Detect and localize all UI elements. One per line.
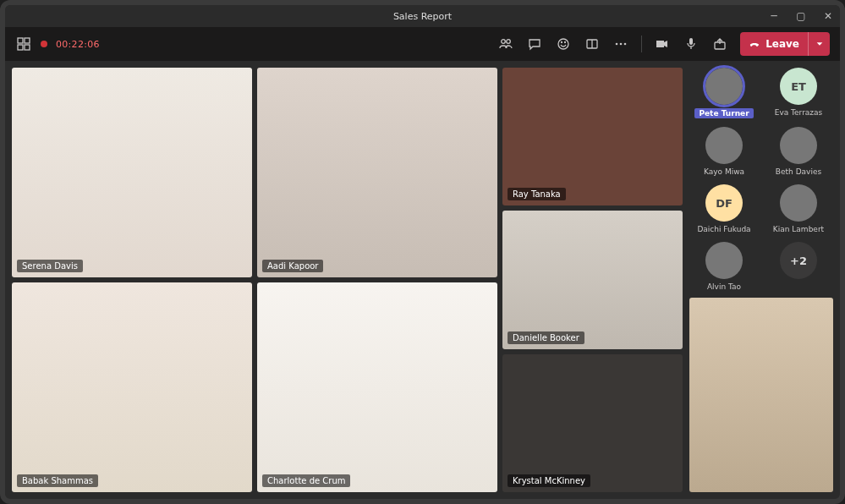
- svg-point-6: [558, 39, 568, 49]
- self-video-tile[interactable]: [689, 298, 833, 492]
- avatar: [705, 242, 743, 279]
- participant-name: Charlotte de Crum: [262, 474, 350, 487]
- participant-name: Krystal McKinney: [508, 474, 590, 487]
- svg-point-11: [620, 43, 623, 46]
- speaking-badge: Pete Turner: [694, 108, 753, 118]
- avatar: [705, 127, 743, 164]
- avatar: [780, 184, 817, 222]
- app-window: Sales Report ─ ▢ ✕ 00:22:06: [0, 0, 845, 504]
- window-title: Sales Report: [393, 11, 452, 22]
- close-button[interactable]: ✕: [821, 10, 835, 22]
- svg-point-8: [565, 42, 566, 43]
- svg-rect-1: [25, 38, 30, 43]
- chat-button[interactable]: [526, 36, 543, 52]
- video-tile[interactable]: Aadi Kapoor: [257, 68, 497, 277]
- participant-avatar-cell[interactable]: Kayo Miwa: [689, 127, 759, 176]
- svg-rect-13: [689, 38, 693, 45]
- participant-name: [798, 282, 800, 291]
- hangup-icon: [749, 38, 760, 50]
- chevron-down-icon: [815, 40, 824, 48]
- video-grid: Serena Davis Aadi Kapoor Ray Tanaka Dani…: [12, 68, 683, 492]
- participant-name: Babak Shammas: [17, 474, 98, 487]
- participant-name: Kian Lambert: [773, 225, 824, 233]
- overflow-count: +2: [780, 242, 817, 279]
- participant-avatar-cell[interactable]: Beth Davies: [764, 127, 833, 176]
- participant-name: Aadi Kapoor: [262, 260, 323, 272]
- participant-name: Serena Davis: [17, 260, 83, 272]
- avatar: ET: [780, 68, 817, 105]
- content-area: Serena Davis Aadi Kapoor Ray Tanaka Dani…: [5, 61, 840, 499]
- recording-indicator-icon: [41, 41, 47, 47]
- participant-name: Ray Tanaka: [508, 188, 566, 200]
- video-tile[interactable]: Babak Shammas: [12, 282, 252, 492]
- svg-point-12: [624, 43, 627, 46]
- video-tile[interactable]: Danielle Booker: [502, 211, 683, 348]
- participant-name: Kayo Miwa: [704, 167, 744, 176]
- reactions-button[interactable]: [555, 36, 572, 52]
- toolbar: 00:22:06: [5, 27, 840, 61]
- leave-options-caret[interactable]: [808, 32, 830, 56]
- recording-time: 00:22:06: [56, 39, 100, 50]
- svg-rect-2: [18, 45, 23, 50]
- rooms-button[interactable]: [584, 36, 601, 52]
- participant-name: Beth Davies: [776, 167, 821, 176]
- more-button[interactable]: [612, 36, 629, 52]
- svg-point-10: [616, 43, 618, 46]
- video-tile[interactable]: Charlotte de Crum: [257, 282, 497, 492]
- video-tile[interactable]: Serena Davis: [12, 68, 252, 277]
- gallery-layout-button[interactable]: [15, 36, 32, 52]
- svg-point-5: [507, 40, 511, 44]
- video-tile[interactable]: Ray Tanaka: [502, 68, 683, 205]
- leave-button[interactable]: Leave: [740, 32, 830, 56]
- avatar: DF: [705, 184, 743, 222]
- people-button[interactable]: [497, 36, 514, 52]
- avatar: [780, 127, 817, 164]
- svg-point-7: [562, 42, 562, 43]
- leave-label: Leave: [765, 38, 799, 50]
- video-tile[interactable]: Krystal McKinney: [502, 354, 683, 492]
- participant-avatar-cell[interactable]: Pete Turner: [689, 68, 759, 118]
- avatar: [705, 68, 743, 105]
- participants-panel: Pete Turner ET Eva Terrazas Kayo Miwa Be…: [689, 68, 833, 492]
- participant-avatar-cell[interactable]: Kian Lambert: [764, 184, 833, 233]
- svg-rect-3: [25, 45, 30, 50]
- participant-avatar-cell[interactable]: ET Eva Terrazas: [764, 68, 833, 118]
- maximize-button[interactable]: ▢: [794, 10, 808, 22]
- participant-avatar-cell[interactable]: DF Daichi Fukuda: [689, 184, 759, 233]
- titlebar: Sales Report ─ ▢ ✕: [5, 5, 840, 27]
- share-button[interactable]: [711, 36, 728, 52]
- participant-name: Daichi Fukuda: [697, 225, 750, 233]
- participant-name: Eva Terrazas: [775, 108, 823, 117]
- participant-name: Danielle Booker: [508, 331, 584, 344]
- divider: [641, 36, 642, 52]
- svg-point-4: [502, 40, 506, 44]
- camera-button[interactable]: [654, 36, 671, 52]
- svg-rect-0: [18, 38, 23, 43]
- mic-button[interactable]: [683, 36, 700, 52]
- participant-avatar-cell[interactable]: Alvin Tao: [689, 242, 759, 291]
- participant-name: Alvin Tao: [707, 282, 741, 291]
- overflow-avatar-cell[interactable]: +2: [764, 242, 833, 291]
- minimize-button[interactable]: ─: [767, 10, 781, 22]
